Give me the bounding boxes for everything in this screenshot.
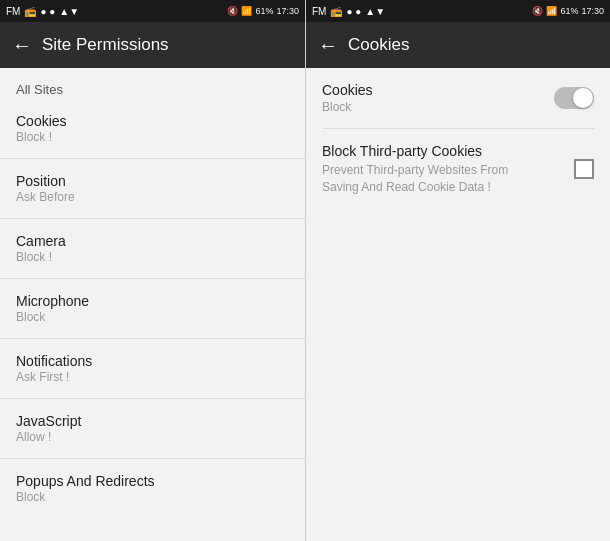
r-signal-dots: ● ● [346,6,361,17]
menu-item-popups-label: Popups And Redirects [16,473,289,489]
divider-1 [0,158,305,159]
block-third-party-left: Block Third-party Cookies Prevent Third-… [322,143,574,196]
cookies-setting-label: Cookies [322,82,554,98]
r-fm-icon: 📻 [330,6,342,17]
status-right: 🔇 📶 61% 17:30 [227,6,299,16]
menu-item-javascript-value: Allow ! [16,430,289,444]
divider-3 [0,278,305,279]
menu-item-position-value: Ask Before [16,190,289,204]
fm-icon: 📻 [24,6,36,17]
r-carrier-text: FM [312,6,326,17]
cookies-toggle-row[interactable]: Cookies Block [306,68,610,128]
menu-item-cookies-label: Cookies [16,113,289,129]
time-text: 17:30 [276,6,299,16]
right-status-bar: FM 📻 ● ● ▲▼ 🔇 📶 61% 17:30 [306,0,610,22]
menu-item-microphone-value: Block [16,310,289,324]
wifi-icon: 📶 [241,6,252,16]
block-third-party-label: Block Third-party Cookies [322,143,574,159]
status-left: FM 📻 ● ● ▲▼ [6,6,79,17]
menu-item-microphone-label: Microphone [16,293,289,309]
right-toolbar: ← Cookies [306,22,610,68]
r-status-right: 🔇 📶 61% 17:30 [532,6,604,16]
menu-item-notifications[interactable]: Notifications Ask First ! [0,343,305,394]
r-battery-text: 61% [560,6,578,16]
menu-item-camera[interactable]: Camera Block ! [0,223,305,274]
r-time-text: 17:30 [581,6,604,16]
left-toolbar-title: Site Permissions [42,35,169,55]
left-back-button[interactable]: ← [12,34,32,57]
toggle-knob [573,88,593,108]
menu-item-position-label: Position [16,173,289,189]
menu-item-popups-value: Block [16,490,289,504]
r-wifi-icon: 📶 [546,6,557,16]
carrier-text: FM [6,6,20,17]
left-status-bar: FM 📻 ● ● ▲▼ 🔇 📶 61% 17:30 [0,0,305,22]
screen-container: FM 📻 ● ● ▲▼ 🔇 📶 61% 17:30 ← Site Permiss… [0,0,610,541]
right-back-button[interactable]: ← [318,34,338,57]
battery-text: 61% [255,6,273,16]
menu-item-camera-value: Block ! [16,250,289,264]
menu-item-javascript-label: JavaScript [16,413,289,429]
block-third-party-checkbox[interactable] [574,159,594,179]
r-mute-icon: 🔇 [532,6,543,16]
menu-item-microphone[interactable]: Microphone Block [0,283,305,334]
left-toolbar: ← Site Permissions [0,22,305,68]
mute-icon: 🔇 [227,6,238,16]
cookies-toggle[interactable] [554,87,594,109]
divider-4 [0,338,305,339]
menu-item-cookies-value: Block ! [16,130,289,144]
menu-item-cookies[interactable]: Cookies Block ! [0,103,305,154]
r-signal-bars: ▲▼ [365,6,385,17]
menu-item-notifications-value: Ask First ! [16,370,289,384]
cookies-setting-left: Cookies Block [322,82,554,114]
block-third-party-desc: Prevent Third-party Websites From Saving… [322,162,522,196]
divider-5 [0,398,305,399]
menu-item-position[interactable]: Position Ask Before [0,163,305,214]
divider-2 [0,218,305,219]
right-toolbar-title: Cookies [348,35,409,55]
section-header: All Sites [0,68,305,103]
r-status-left: FM 📻 ● ● ▲▼ [312,6,385,17]
menu-item-popups[interactable]: Popups And Redirects Block [0,463,305,514]
block-third-party-row[interactable]: Block Third-party Cookies Prevent Third-… [306,129,610,210]
cookies-setting-sublabel: Block [322,100,554,114]
menu-item-notifications-label: Notifications [16,353,289,369]
right-panel: FM 📻 ● ● ▲▼ 🔇 📶 61% 17:30 ← Cookies Cook… [305,0,610,541]
menu-item-camera-label: Camera [16,233,289,249]
signal-bars: ▲▼ [59,6,79,17]
menu-item-javascript[interactable]: JavaScript Allow ! [0,403,305,454]
divider-6 [0,458,305,459]
left-panel: FM 📻 ● ● ▲▼ 🔇 📶 61% 17:30 ← Site Permiss… [0,0,305,541]
signal-dots: ● ● [40,6,55,17]
